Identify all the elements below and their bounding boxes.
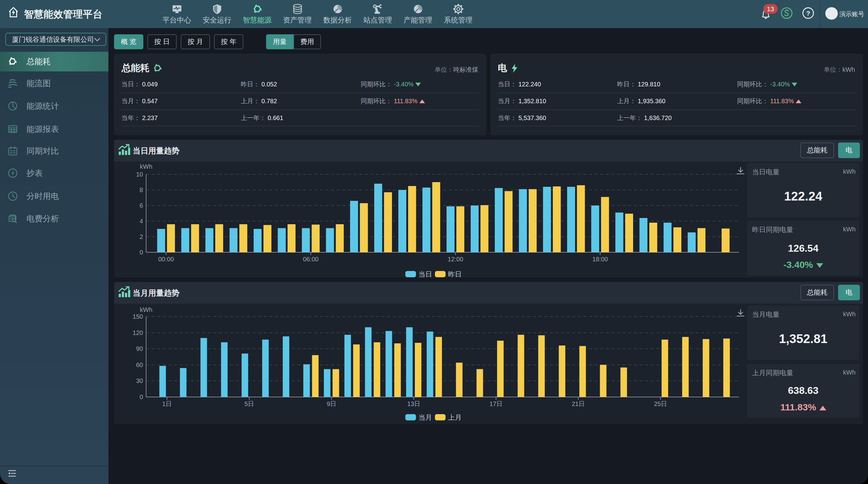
svg-text:当月: 当月 — [418, 414, 432, 421]
svg-text:1日: 1日 — [162, 400, 172, 407]
svg-text:90: 90 — [136, 345, 143, 352]
svg-text:10: 10 — [136, 171, 143, 178]
svg-text:12:00: 12:00 — [448, 256, 463, 263]
svg-text:昨日: 昨日 — [448, 271, 462, 278]
svg-text:06:00: 06:00 — [303, 256, 318, 263]
svg-text:4: 4 — [140, 218, 143, 225]
svg-text:00:00: 00:00 — [158, 256, 174, 263]
svg-text:0: 0 — [140, 249, 143, 256]
svg-text:13日: 13日 — [407, 400, 420, 407]
svg-text:2: 2 — [140, 233, 143, 240]
svg-text:?: ? — [806, 10, 810, 17]
svg-text:当日: 当日 — [418, 271, 432, 278]
svg-text:0: 0 — [140, 394, 143, 400]
svg-text:150: 150 — [133, 313, 143, 320]
svg-text:kWh: kWh — [140, 306, 152, 313]
svg-text:kWh: kWh — [140, 163, 152, 170]
svg-text:8: 8 — [140, 187, 143, 193]
svg-text:5日: 5日 — [244, 400, 254, 407]
svg-text:9日: 9日 — [327, 400, 336, 407]
svg-text:上月: 上月 — [448, 414, 462, 421]
svg-text:17日: 17日 — [490, 400, 502, 407]
svg-text:60: 60 — [136, 362, 143, 368]
svg-text:18:00: 18:00 — [592, 256, 608, 263]
svg-text:21日: 21日 — [572, 400, 585, 407]
svg-text:6: 6 — [140, 202, 143, 209]
svg-text:25日: 25日 — [654, 400, 667, 407]
svg-text:30: 30 — [136, 377, 143, 384]
svg-text:120: 120 — [133, 329, 143, 336]
